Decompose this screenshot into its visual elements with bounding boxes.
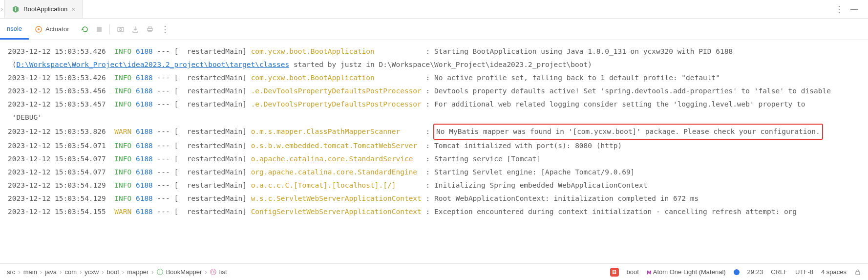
print-icon[interactable] [146, 25, 154, 33]
svg-rect-7 [148, 27, 151, 28]
crumb-segment[interactable]: mapper [127, 268, 148, 276]
crumb-segment[interactable]: java [45, 268, 57, 276]
svg-point-5 [120, 28, 122, 30]
crumb-segment[interactable]: src [7, 268, 15, 276]
editor-tab-row: › BootApplication × ⋮ — [0, 0, 868, 19]
crumb-segment[interactable]: boot [107, 268, 119, 276]
status-indent[interactable]: 4 spaces [821, 268, 847, 276]
crumb-file[interactable]: BookMapper [166, 268, 202, 276]
svg-point-2 [38, 28, 40, 30]
svg-rect-3 [97, 27, 102, 32]
status-boot[interactable]: boot [627, 268, 639, 276]
more-icon[interactable]: ⋮ [835, 4, 844, 15]
boot-badge-icon[interactable]: B [610, 268, 619, 277]
lock-icon[interactable] [854, 269, 861, 276]
indicator-dot-icon[interactable] [734, 269, 740, 275]
status-encoding[interactable]: UTF-8 [795, 268, 813, 276]
svg-rect-4 [118, 27, 124, 32]
screenshot-icon[interactable] [117, 25, 125, 33]
console-tab[interactable]: nsole [0, 19, 29, 40]
console-output[interactable]: 2023-12-12 15:03:53.426 INFO 6188 --- [ … [0, 40, 868, 263]
crumb-segment[interactable]: ycxw [85, 268, 99, 276]
breadcrumb[interactable]: src›main›java›com›ycxw›boot›mapper›Ⓘ Boo… [7, 268, 227, 277]
status-theme[interactable]: Atom One Light (Material) [653, 268, 726, 276]
actuator-label: Actuator [45, 25, 69, 33]
status-line-separator[interactable]: CRLF [771, 268, 787, 276]
method-icon: ⓜ [210, 268, 216, 277]
status-caret-pos[interactable]: 29:23 [747, 268, 763, 276]
crumb-segment[interactable]: main [23, 268, 37, 276]
crumb-segment[interactable]: com [64, 268, 77, 276]
close-icon[interactable]: × [71, 5, 75, 13]
actuator-icon [35, 25, 42, 33]
tab-label: BootApplication [23, 5, 67, 13]
rerun-icon[interactable] [81, 25, 89, 33]
svg-point-0 [15, 10, 16, 11]
spring-boot-icon [12, 5, 20, 13]
interface-icon: Ⓘ [157, 268, 163, 277]
console-tool-row: nsole Actuator ⋮ [0, 19, 868, 40]
actuator-tab[interactable]: Actuator [29, 19, 75, 40]
tab-boot-application[interactable]: BootApplication × [5, 0, 83, 18]
export-icon[interactable] [131, 25, 139, 33]
crumb-method[interactable]: list [219, 268, 227, 276]
hidden-tab-edge[interactable]: › [0, 0, 5, 18]
svg-rect-9 [856, 272, 860, 275]
theme-icon: ᴍ [647, 268, 652, 276]
stop-icon[interactable] [96, 26, 103, 33]
status-bar: src›main›java›com›ycxw›boot›mapper›Ⓘ Boo… [0, 263, 868, 280]
more-tools-icon[interactable]: ⋮ [161, 24, 169, 35]
minimize-icon[interactable]: — [850, 5, 858, 14]
